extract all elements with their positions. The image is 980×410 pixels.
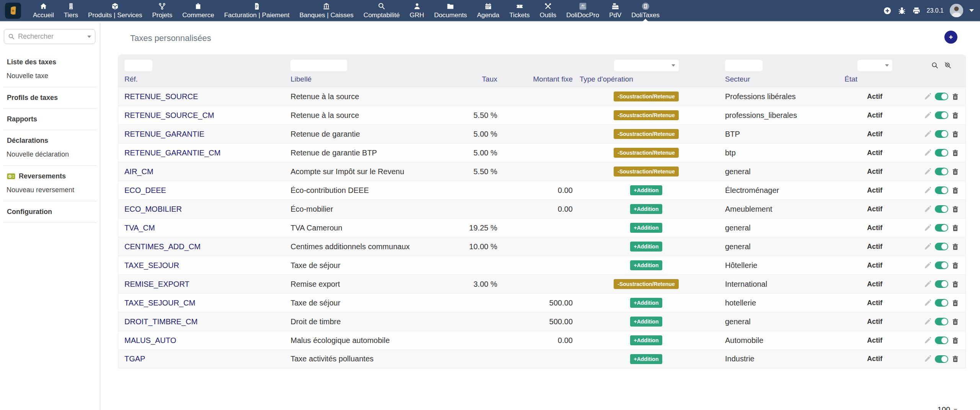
edit-icon[interactable] xyxy=(924,168,932,176)
col-header-fixed[interactable]: Montant fixe xyxy=(498,75,573,83)
delete-icon[interactable] xyxy=(951,318,959,326)
active-toggle[interactable] xyxy=(935,224,948,232)
sidebar-item-liste-des-taxes[interactable]: Liste des taxes xyxy=(0,54,100,70)
edit-icon[interactable] xyxy=(924,243,932,251)
nav-item-dolidocpro[interactable]: AIDOCPRO DoliDocPro xyxy=(561,0,604,21)
delete-icon[interactable] xyxy=(951,224,959,232)
nav-item-tiers[interactable]: Tiers xyxy=(59,0,83,21)
active-toggle[interactable] xyxy=(935,130,948,138)
tax-ref-link[interactable]: MALUS_AUTO xyxy=(124,336,176,345)
user-menu-caret-icon[interactable] xyxy=(969,9,974,12)
tax-ref-link[interactable]: ECO_DEEE xyxy=(124,186,166,194)
print-icon[interactable] xyxy=(912,7,921,15)
nav-item-dolitaxes[interactable]: % DoliTaxes xyxy=(626,0,665,21)
app-logo[interactable] xyxy=(5,3,21,19)
active-toggle[interactable] xyxy=(935,261,948,269)
sidebar-item-nouveau-reversement[interactable]: Nouveau reversement xyxy=(0,185,100,199)
delete-icon[interactable] xyxy=(951,186,959,194)
sidebar-search[interactable]: Rechercher xyxy=(4,29,95,44)
edit-icon[interactable] xyxy=(924,336,932,345)
active-toggle[interactable] xyxy=(935,280,948,288)
tax-ref-link[interactable]: RETENUE_SOURCE_CM xyxy=(124,111,214,119)
nav-item-facturation-paiement[interactable]: Facturation | Paiement xyxy=(219,0,294,21)
active-toggle[interactable] xyxy=(935,186,948,194)
nav-item-outils[interactable]: Outils xyxy=(535,0,561,21)
delete-icon[interactable] xyxy=(951,355,959,363)
active-toggle[interactable] xyxy=(935,205,948,213)
tax-ref-link[interactable]: RETENUE_SOURCE xyxy=(124,92,198,101)
active-toggle[interactable] xyxy=(935,243,948,250)
filter-ref-input[interactable] xyxy=(124,60,152,71)
delete-icon[interactable] xyxy=(951,299,959,307)
tax-ref-link[interactable]: CENTIMES_ADD_CM xyxy=(124,242,201,251)
active-toggle[interactable] xyxy=(935,93,948,100)
sidebar-item-profils-de-taxes[interactable]: Profils de taxes xyxy=(0,90,100,106)
page-size-select[interactable]: 100 xyxy=(933,404,962,410)
filter-state-select[interactable] xyxy=(858,60,892,71)
bug-icon[interactable] xyxy=(898,7,906,15)
tax-ref-link[interactable]: REMISE_EXPORT xyxy=(124,280,189,288)
tax-ref-link[interactable]: TAXE_SEJOUR_CM xyxy=(124,299,195,307)
tax-ref-link[interactable]: TAXE_SEJOUR xyxy=(124,261,179,270)
edit-icon[interactable] xyxy=(924,299,932,307)
sidebar-item-reversements[interactable]: $ Reversements xyxy=(0,168,100,185)
nav-item-grh[interactable]: GRH xyxy=(405,0,429,21)
active-toggle[interactable] xyxy=(935,318,948,325)
delete-icon[interactable] xyxy=(951,93,959,101)
tax-ref-link[interactable]: DROIT_TIMBRE_CM xyxy=(124,317,198,326)
nav-item-documents[interactable]: Documents xyxy=(429,0,472,21)
nav-item-pdv[interactable]: PdV xyxy=(604,0,626,21)
quick-add-icon[interactable] xyxy=(883,7,892,15)
clear-filter-icon[interactable] xyxy=(944,62,952,69)
col-header-label[interactable]: Libellé xyxy=(291,75,441,83)
delete-icon[interactable] xyxy=(951,205,959,213)
edit-icon[interactable] xyxy=(924,355,932,363)
delete-icon[interactable] xyxy=(951,130,959,138)
active-toggle[interactable] xyxy=(935,149,948,157)
edit-icon[interactable] xyxy=(924,224,932,232)
tax-ref-link[interactable]: TGAP xyxy=(124,354,145,363)
delete-icon[interactable] xyxy=(951,111,959,119)
edit-icon[interactable] xyxy=(924,130,932,138)
filter-label-input[interactable] xyxy=(291,60,347,71)
nav-item-accueil[interactable]: Accueil xyxy=(28,0,59,21)
add-tax-button[interactable] xyxy=(944,31,957,44)
edit-icon[interactable] xyxy=(924,93,932,101)
col-header-operation[interactable]: Type d'opération xyxy=(573,75,719,83)
edit-icon[interactable] xyxy=(924,205,932,213)
sidebar-item-configuration[interactable]: Configuration xyxy=(0,204,100,220)
col-header-sector[interactable]: Secteur xyxy=(719,75,838,83)
filter-operation-select[interactable] xyxy=(614,60,679,71)
tax-ref-link[interactable]: ECO_MOBILIER xyxy=(124,205,182,213)
nav-item-produits-services[interactable]: Produits | Services xyxy=(83,0,147,21)
edit-icon[interactable] xyxy=(924,111,932,119)
edit-icon[interactable] xyxy=(924,280,932,288)
sidebar-item-nouvelle-taxe[interactable]: Nouvelle taxe xyxy=(0,70,100,85)
active-toggle[interactable] xyxy=(935,299,948,307)
edit-icon[interactable] xyxy=(924,186,932,194)
nav-item-projets[interactable]: Projets xyxy=(147,0,177,21)
nav-item-tickets[interactable]: Tickets xyxy=(505,0,535,21)
nav-item-banques-caisses[interactable]: Banques | Caisses xyxy=(294,0,358,21)
user-avatar[interactable] xyxy=(950,4,963,17)
sidebar-item-nouvelle-declaration[interactable]: Nouvelle déclaration xyxy=(0,149,100,163)
sidebar-item-rapports[interactable]: Rapports xyxy=(0,111,100,127)
apply-filter-search-icon[interactable] xyxy=(931,62,939,69)
nav-item-comptabilite[interactable]: Comptabilité xyxy=(359,0,405,21)
col-header-state[interactable]: État xyxy=(838,75,911,83)
edit-icon[interactable] xyxy=(924,318,932,326)
delete-icon[interactable] xyxy=(951,336,959,345)
edit-icon[interactable] xyxy=(924,261,932,270)
tax-ref-link[interactable]: TVA_CM xyxy=(124,224,155,232)
sidebar-item-declarations[interactable]: Déclarations xyxy=(0,132,100,149)
delete-icon[interactable] xyxy=(951,261,959,270)
tax-ref-link[interactable]: AIR_CM xyxy=(124,167,154,176)
col-header-rate[interactable]: Taux xyxy=(441,75,498,83)
delete-icon[interactable] xyxy=(951,149,959,157)
delete-icon[interactable] xyxy=(951,168,959,176)
active-toggle[interactable] xyxy=(935,336,948,344)
active-toggle[interactable] xyxy=(935,355,948,363)
nav-item-agenda[interactable]: Agenda xyxy=(472,0,505,21)
nav-item-commerce[interactable]: Commerce xyxy=(177,0,219,21)
tax-ref-link[interactable]: RETENUE_GARANTIE xyxy=(124,130,204,138)
